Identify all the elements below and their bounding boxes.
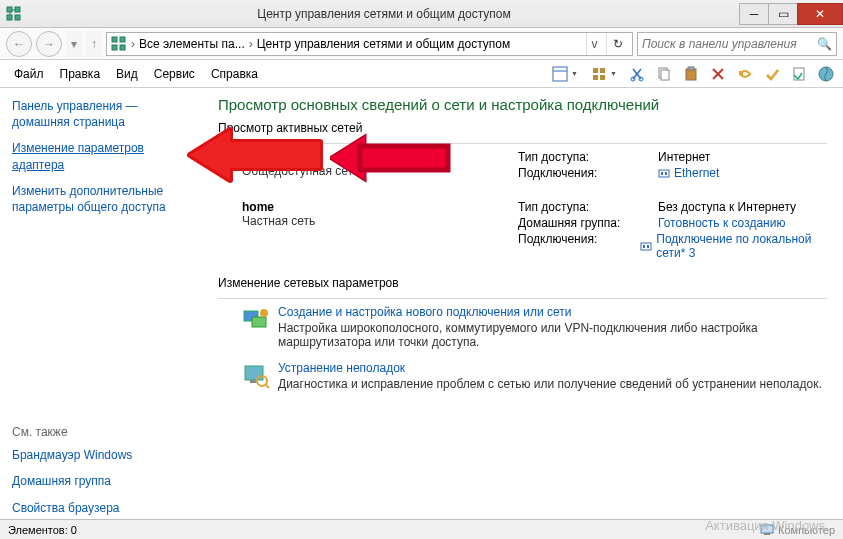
- shell-icon[interactable]: [815, 63, 837, 85]
- svg-rect-14: [593, 75, 598, 80]
- prop-label: Домашняя группа:: [518, 216, 658, 230]
- see-also-heading: См. также: [12, 425, 198, 439]
- network-name: home: [242, 200, 518, 214]
- network-row: home Частная сеть Тип доступа:Без доступ…: [218, 200, 827, 262]
- svg-rect-12: [593, 68, 598, 73]
- prop-value: Интернет: [658, 150, 710, 164]
- task-item: Создание и настройка нового подключения …: [218, 305, 827, 349]
- views-button[interactable]: ▼: [587, 63, 621, 85]
- connection-link[interactable]: Ethernet: [674, 166, 719, 180]
- computer-icon: [760, 524, 774, 536]
- task-link-new-connection[interactable]: Создание и настройка нового подключения …: [278, 305, 572, 319]
- window-title: Центр управления сетями и общим доступом: [28, 7, 740, 21]
- svg-rect-2: [7, 15, 12, 20]
- svg-rect-31: [641, 243, 651, 250]
- ethernet-icon: [640, 240, 652, 252]
- statusbar: Элементов: 0 Компьютер: [0, 519, 843, 539]
- svg-rect-10: [553, 67, 567, 81]
- status-elements: Элементов: 0: [8, 524, 77, 536]
- copy-icon[interactable]: [653, 63, 675, 85]
- properties-icon[interactable]: [788, 63, 810, 85]
- sidebar: Панель управления — домашняя страница Из…: [0, 88, 210, 519]
- prop-value: Без доступа к Интернету: [658, 200, 796, 214]
- prop-label: Подключения:: [518, 232, 640, 260]
- minimize-button[interactable]: ─: [739, 3, 769, 25]
- svg-rect-21: [661, 70, 669, 80]
- history-dropdown[interactable]: ▾: [66, 31, 82, 57]
- svg-rect-32: [643, 245, 645, 248]
- svg-rect-28: [659, 170, 669, 177]
- ethernet-icon: [658, 167, 670, 179]
- task-description: Диагностика и исправление проблем с сеть…: [278, 377, 822, 391]
- menu-help[interactable]: Справка: [203, 63, 266, 85]
- ok-icon[interactable]: [761, 63, 783, 85]
- status-computer: Компьютер: [778, 524, 835, 536]
- sidebar-link-home[interactable]: Панель управления — домашняя страница: [12, 98, 198, 130]
- prop-label: Подключения:: [518, 166, 658, 180]
- svg-rect-33: [647, 245, 649, 248]
- troubleshoot-icon: [242, 361, 278, 391]
- toolbar: ▼ ▼: [548, 63, 837, 85]
- sidebar-link-adapter[interactable]: Изменение параметров адаптера: [12, 140, 198, 172]
- search-input[interactable]: [642, 37, 817, 51]
- prop-label: Тип доступа:: [518, 200, 658, 214]
- menu-edit[interactable]: Правка: [52, 63, 109, 85]
- sidebar-link-browser[interactable]: Свойства браузера: [12, 500, 198, 516]
- svg-rect-29: [661, 172, 663, 175]
- active-networks-heading: Просмотр активных сетей: [218, 121, 827, 135]
- search-icon: 🔍: [817, 37, 832, 51]
- paste-icon[interactable]: [680, 63, 702, 85]
- breadcrumb-sep: ›: [249, 37, 253, 51]
- network-name: Kissa_wi-fi: [242, 150, 518, 164]
- breadcrumb-segment[interactable]: Центр управления сетями и общим доступом: [257, 37, 511, 51]
- sidebar-see-also: См. также Брандмауэр Windows Домашняя гр…: [12, 425, 198, 516]
- page-heading: Просмотр основных сведений о сети и наст…: [218, 96, 827, 113]
- menu-view[interactable]: Вид: [108, 63, 146, 85]
- refresh-button[interactable]: ↻: [606, 33, 628, 55]
- svg-line-40: [265, 384, 269, 388]
- svg-rect-47: [761, 525, 773, 533]
- undo-icon[interactable]: [734, 63, 756, 85]
- svg-rect-23: [688, 67, 694, 70]
- address-bar[interactable]: › Все элементы па... › Центр управления …: [106, 32, 633, 56]
- menu-service[interactable]: Сервис: [146, 63, 203, 85]
- svg-rect-15: [600, 75, 605, 80]
- window-controls: ─ ▭ ✕: [740, 3, 843, 25]
- app-icon: [0, 0, 28, 28]
- svg-rect-35: [252, 317, 266, 327]
- svg-rect-37: [245, 366, 263, 380]
- sidebar-link-sharing[interactable]: Изменить дополнительные параметры общего…: [12, 183, 198, 215]
- organize-button[interactable]: ▼: [548, 63, 582, 85]
- network-type: Частная сеть: [242, 214, 518, 228]
- connection-link[interactable]: Подключение по локальной сети* 3: [656, 232, 827, 260]
- task-item: Устранение неполадок Диагностика и испра…: [218, 361, 827, 391]
- close-button[interactable]: ✕: [797, 3, 843, 25]
- homegroup-link[interactable]: Готовность к созданию: [658, 216, 785, 230]
- svg-rect-0: [7, 7, 12, 12]
- task-link-troubleshoot[interactable]: Устранение неполадок: [278, 361, 405, 375]
- settings-heading: Изменение сетевых параметров: [218, 276, 827, 290]
- up-button[interactable]: ↑: [86, 31, 102, 57]
- svg-rect-3: [15, 15, 20, 20]
- svg-rect-7: [120, 37, 125, 42]
- svg-rect-48: [764, 533, 770, 535]
- sidebar-link-homegroup[interactable]: Домашняя группа: [12, 473, 198, 489]
- address-dropdown[interactable]: v: [586, 33, 602, 55]
- cut-icon[interactable]: [626, 63, 648, 85]
- menu-file[interactable]: Файл: [6, 63, 52, 85]
- maximize-button[interactable]: ▭: [768, 3, 798, 25]
- network-type: Общедоступная сеть: [242, 164, 518, 178]
- svg-rect-1: [15, 7, 20, 12]
- breadcrumb-segment[interactable]: Все элементы па...: [139, 37, 245, 51]
- svg-rect-8: [112, 45, 117, 50]
- sidebar-link-firewall[interactable]: Брандмауэр Windows: [12, 447, 198, 463]
- main-panel: Просмотр основных сведений о сети и наст…: [210, 88, 843, 519]
- svg-rect-9: [120, 45, 125, 50]
- titlebar: Центр управления сетями и общим доступом…: [0, 0, 843, 28]
- forward-button[interactable]: →: [36, 31, 62, 57]
- svg-rect-22: [686, 69, 696, 80]
- back-button[interactable]: ←: [6, 31, 32, 57]
- svg-rect-6: [112, 37, 117, 42]
- delete-icon[interactable]: [707, 63, 729, 85]
- search-box[interactable]: 🔍: [637, 32, 837, 56]
